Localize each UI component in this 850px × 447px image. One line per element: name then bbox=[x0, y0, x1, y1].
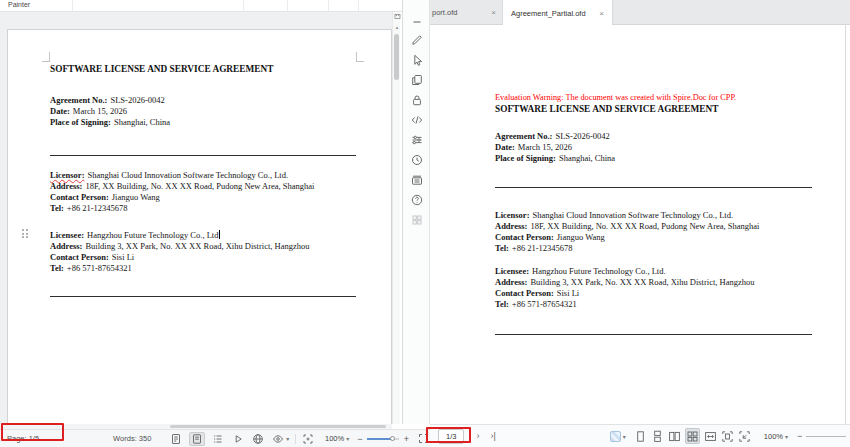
settings-sliders-icon[interactable] bbox=[408, 131, 426, 149]
web-layout-icon[interactable] bbox=[251, 432, 265, 446]
writer-app-window: Painter SOFTWARE LICENSE AND SERVICE AGR… bbox=[0, 0, 430, 447]
close-icon[interactable]: × bbox=[597, 9, 606, 18]
tab-agreement-partial-ofd[interactable]: Agreement_Partial.ofd × bbox=[503, 0, 613, 26]
annotate-pen-icon[interactable] bbox=[408, 31, 426, 49]
archive-layers-icon[interactable] bbox=[408, 171, 426, 189]
fullscreen-icon[interactable] bbox=[417, 432, 430, 446]
zoom-slider[interactable] bbox=[367, 438, 398, 440]
licensor-line: Address:18F, XX Building, No. XX XX Road… bbox=[495, 221, 759, 232]
licensor-block: Licensor:Shanghai Cloud Innovation Softw… bbox=[495, 210, 759, 254]
next-page-button[interactable]: › bbox=[474, 431, 481, 441]
doc-title: SOFTWARE LICENSE AND SERVICE AGREEMENT bbox=[50, 64, 273, 74]
meta-line: Date:March 15, 2026 bbox=[495, 142, 615, 153]
ribbon-divider bbox=[243, 0, 244, 11]
scroll-up-icon[interactable]: ▴ bbox=[393, 23, 401, 31]
evaluation-warning: Evaluation Warning: The document was cre… bbox=[495, 93, 736, 102]
reader-tool-rail bbox=[402, 0, 430, 424]
color-swatch-icon bbox=[610, 431, 621, 442]
chevron-down-icon[interactable]: ▾ bbox=[785, 433, 788, 440]
writer-status-bar: Page: 1/5 Words: 350 ▾ bbox=[0, 429, 430, 447]
zoom-in-button[interactable]: + bbox=[404, 434, 409, 444]
licensor-line: Licensor:Shanghai Cloud Innovation Softw… bbox=[495, 210, 759, 221]
code-view-icon[interactable] bbox=[408, 111, 426, 129]
fit-page-icon[interactable] bbox=[301, 432, 315, 446]
vertical-scrollbar[interactable]: ▴ bbox=[392, 12, 400, 424]
licensee-line: Address:Building 3, XX Park, No. XX XX R… bbox=[50, 241, 310, 252]
document-canvas: SOFTWARE LICENSE AND SERVICE AGREEMENT A… bbox=[0, 12, 392, 424]
chevron-down-icon[interactable]: ▾ bbox=[346, 435, 349, 442]
scrollbar-thumb[interactable] bbox=[394, 34, 399, 80]
tab-report-ofd[interactable]: port.ofd × bbox=[430, 0, 503, 25]
page-indicator[interactable]: Page: 1/5 bbox=[7, 434, 39, 443]
word-count[interactable]: Words: 350 bbox=[113, 434, 151, 443]
continuous-view-icon[interactable] bbox=[651, 428, 664, 444]
zoom-out-button[interactable]: − bbox=[357, 434, 362, 444]
collapse-rail-icon[interactable] bbox=[408, 13, 426, 31]
tab-label: Agreement_Partial.ofd bbox=[511, 9, 586, 18]
licensee-block: Licensee:Hangzhou Future Technology Co.,… bbox=[50, 230, 310, 274]
margin-corner-mark bbox=[356, 52, 364, 62]
zoom-slider-knob[interactable] bbox=[390, 436, 395, 441]
lock-icon[interactable] bbox=[408, 91, 426, 109]
facing-pages-view-icon[interactable] bbox=[668, 428, 681, 444]
tab-label: port.ofd bbox=[432, 8, 457, 17]
print-layout-view-icon[interactable] bbox=[189, 432, 205, 446]
read-mode-icon[interactable] bbox=[231, 432, 245, 446]
licensor-line: Licensor:Shanghai Cloud Innovation Softw… bbox=[50, 170, 314, 181]
ribbon-divider bbox=[328, 0, 329, 11]
doc-title: SOFTWARE LICENSE AND SERVICE AGREEMENT bbox=[495, 104, 718, 114]
fit-page-icon[interactable] bbox=[721, 428, 734, 444]
licensee-line: Contact Person:Sisi Li bbox=[50, 252, 310, 263]
page-number-input[interactable]: 1/3 bbox=[438, 429, 464, 444]
fit-width-icon[interactable] bbox=[704, 428, 717, 444]
ribbon-strip: Painter bbox=[0, 0, 402, 12]
format-painter-label[interactable]: Painter bbox=[8, 1, 30, 8]
licensor-line: Tel:+86 21-12345678 bbox=[495, 243, 759, 254]
licensee-line: Contact Person:Sisi Li bbox=[495, 288, 755, 299]
document-page[interactable]: SOFTWARE LICENSE AND SERVICE AGREEMENT A… bbox=[7, 29, 392, 424]
reader-status-bar: 1/3 › ›| ▾ bbox=[430, 424, 850, 447]
ribbon-divider bbox=[358, 0, 359, 11]
reader-page: Evaluation Warning: The document was cre… bbox=[430, 25, 850, 424]
select-cursor-icon[interactable] bbox=[408, 51, 426, 69]
ruler-toggle-icon[interactable] bbox=[393, 13, 401, 20]
chevron-down-icon: ▾ bbox=[623, 433, 626, 440]
apps-grid-icon[interactable] bbox=[408, 211, 426, 229]
licensee-line: Licensee:Hangzhou Future Technology Co.,… bbox=[495, 266, 755, 277]
last-page-button[interactable]: ›| bbox=[488, 431, 497, 441]
meta-line: Agreement No.:SLS-2026-0042 bbox=[495, 131, 615, 142]
background-color-picker[interactable]: ▾ bbox=[610, 431, 626, 442]
tab-bar: port.ofd × Agreement_Partial.ofd × bbox=[430, 0, 850, 25]
fit-screen-icon[interactable] bbox=[738, 428, 751, 444]
paragraph-drag-handle-icon[interactable] bbox=[22, 229, 30, 240]
licensee-line: Address:Building 3, XX Park, No. XX XX R… bbox=[495, 277, 755, 288]
meta-line: Agreement No.:SLS-2026-0042 bbox=[50, 95, 170, 106]
ofd-reader-window: port.ofd × Agreement_Partial.ofd × Evalu… bbox=[430, 0, 850, 447]
grid-view-icon[interactable] bbox=[685, 428, 700, 444]
licensee-line: Tel:+86 571-87654321 bbox=[50, 263, 310, 274]
ribbon-divider bbox=[287, 0, 288, 11]
zoom-level[interactable]: 100% bbox=[325, 434, 344, 443]
zoom-slider[interactable] bbox=[806, 436, 846, 437]
close-icon[interactable]: × bbox=[489, 8, 498, 17]
horizontal-rule bbox=[495, 187, 812, 188]
scrollbar-thumb[interactable] bbox=[170, 425, 386, 428]
history-clock-icon[interactable] bbox=[408, 151, 426, 169]
chevron-down-icon: ▾ bbox=[286, 435, 289, 442]
outline-view-icon[interactable] bbox=[211, 432, 225, 446]
eye-view-icon[interactable]: ▾ bbox=[271, 432, 290, 446]
zoom-out-button[interactable]: − bbox=[797, 431, 802, 441]
doc-meta-block: Agreement No.:SLS-2026-0042 Date:March 1… bbox=[50, 95, 170, 128]
help-icon[interactable] bbox=[408, 191, 426, 209]
spell-check-icon[interactable] bbox=[169, 432, 183, 446]
licensor-block: Licensor:Shanghai Cloud Innovation Softw… bbox=[50, 170, 314, 214]
zoom-level[interactable]: 100% bbox=[764, 432, 783, 441]
meta-line: Place of Signing:Shanghai, China bbox=[50, 117, 170, 128]
single-page-view-icon[interactable] bbox=[634, 428, 647, 444]
copy-pages-icon[interactable] bbox=[408, 71, 426, 89]
horizontal-rule bbox=[50, 155, 356, 156]
screen: Painter SOFTWARE LICENSE AND SERVICE AGR… bbox=[0, 0, 850, 447]
horizontal-rule bbox=[50, 296, 356, 297]
licensee-block: Licensee:Hangzhou Future Technology Co.,… bbox=[495, 266, 755, 310]
licensor-line: Contact Person:Jianguo Wang bbox=[50, 192, 314, 203]
